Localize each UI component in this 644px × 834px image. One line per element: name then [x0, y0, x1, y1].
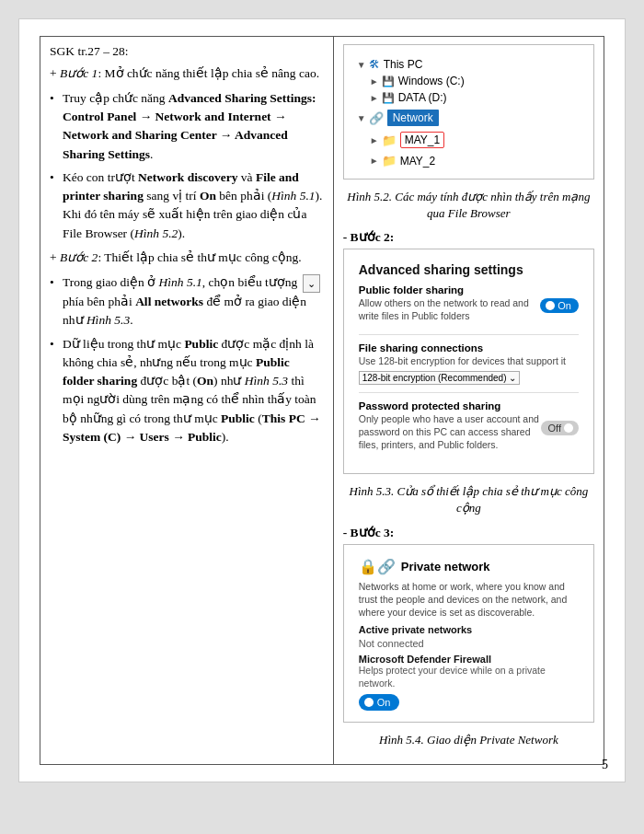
adv-sec1-title: Public folder sharing [359, 284, 541, 295]
bullet-list-1: Truy cập chức năng Advanced Sharing Sett… [50, 89, 324, 243]
firewall-desc: Helps protect your device while on a pri… [359, 665, 579, 689]
fb-data: ► 💾 DATA (D:) [370, 89, 581, 106]
fb-may1-label: MAY_1 [400, 132, 444, 148]
network-icon: 🔗 [369, 111, 384, 125]
adv-row-public: Public folder sharing Allow others on th… [359, 284, 579, 326]
arrow-data: ► [370, 93, 379, 103]
file-browser: ▼ 🛠 This PC ► 💾 Windows (C:) ► [351, 52, 586, 173]
fb-network-label: Network [387, 110, 439, 126]
fig54-caption: Hình 5.4. Giao diện Private Network [343, 732, 594, 748]
public-label2: Public [221, 411, 255, 425]
drive-icon-d: 💾 [382, 92, 395, 104]
fb-windows: ► 💾 Windows (C:) [370, 73, 581, 89]
fig53-ref: Hình 5.3 [86, 313, 130, 327]
folder-icon-may1: 📁 [382, 133, 397, 147]
adv-sec1-desc: Allow others on the network to read and … [359, 297, 541, 322]
arrow-network: ▼ [357, 113, 366, 123]
private-network: 🔒🔗 Private network Networks at home or w… [351, 552, 586, 717]
not-connected-label: Not connected [359, 638, 579, 649]
folder-icon-may2: 📁 [382, 154, 397, 168]
fb-data-label: DATA (D:) [398, 91, 447, 104]
dropdown-icon: ⌄ [303, 274, 320, 294]
arrow-windows: ► [370, 76, 379, 87]
fig53-caption: Hình 5.3. Cửa sổ thiết lập chia sẻ thư m… [343, 483, 594, 516]
step2-intro: + Bước 2: Thiết lập chia sẻ thư mục công… [50, 249, 324, 268]
private-network-icon: 🔒🔗 [359, 558, 396, 575]
adv-sharing-title: Advanced sharing settings [359, 262, 579, 277]
fb-windows-label: Windows (C:) [398, 75, 465, 87]
fb-may1: ► 📁 MAY_1 [370, 130, 581, 150]
adv-sec3-title: Password protected sharing [359, 400, 541, 411]
adv-section-password: Password protected sharing Only people w… [359, 400, 579, 462]
drive-icon-c: 💾 [382, 75, 395, 87]
figure-53-box: Advanced sharing settings Public folder … [343, 249, 594, 474]
fig51-ref2: Hình 5.1 [159, 275, 202, 289]
page: SGK tr.27 – 28: + Bước 1: Mở chức năng t… [18, 18, 626, 782]
step1-intro: + Bước 1: Mở chức năng thiết lập chia sẻ… [50, 64, 324, 84]
all-networks-label: All networks [135, 295, 203, 308]
adv-section3-left: Password protected sharing Only people w… [359, 400, 541, 455]
adv-sharing-settings: Advanced sharing settings Public folder … [351, 257, 586, 468]
page-number: 5 [602, 758, 608, 772]
fb-may2-label: MAY_2 [400, 155, 435, 168]
bstep3-label: - Bước 3: [343, 525, 594, 540]
path-label: This PC → System (C) → Users → Public [63, 411, 321, 444]
toggle-firewall-on: On [359, 694, 400, 711]
active-private-label: Active private networks [359, 624, 579, 635]
bstep2-label: - Bước 2: [343, 229, 594, 245]
right-column: ▼ 🛠 This PC ► 💾 Windows (C:) ► [333, 37, 604, 765]
arrow-thispc: ▼ [357, 60, 366, 70]
fb-thispc-label: This PC [384, 58, 423, 71]
adv-sec2-desc: Use 128-bit encryption for devices that … [359, 355, 579, 368]
fb-this-pc: ▼ 🛠 This PC [357, 56, 581, 73]
fig51-ref: Hình 5.1 [271, 189, 315, 203]
left-column: SGK tr.27 – 28: + Bước 1: Mở chức năng t… [40, 37, 334, 765]
monitor-icon: 🛠 [369, 58, 380, 71]
adv-section-public: Public folder sharing Allow others on th… [359, 284, 579, 334]
figure-52-box: ▼ 🛠 This PC ► 💾 Windows (C:) ► [343, 44, 594, 180]
step2-bước: Bước 2 [60, 250, 98, 264]
fig53-ref2: Hình 5.3 [245, 374, 288, 388]
adv-row-password: Password protected sharing Only people w… [359, 400, 579, 455]
dropdown-chevron: ⌄ [509, 373, 516, 383]
encryption-label: 128-bit encryption (Recommended) [362, 373, 507, 383]
on-label2: On [197, 374, 213, 388]
main-content-table: SGK tr.27 – 28: + Bước 1: Mở chức năng t… [40, 36, 604, 765]
encryption-dropdown[interactable]: 128-bit encryption (Recommended) ⌄ [359, 371, 520, 385]
adv-section1-left: Public folder sharing Allow others on th… [359, 284, 541, 326]
fig52-ref: Hình 5.2 [134, 226, 178, 240]
public-label: Public [184, 337, 218, 351]
arrow-may1: ► [370, 135, 379, 145]
bullet-1: Truy cập chức năng Advanced Sharing Sett… [50, 89, 324, 164]
fb-network: ▼ 🔗 Network [357, 108, 581, 128]
firewall-title: Microsoft Defender Firewall [359, 654, 579, 665]
network-discovery-label: Network discovery [138, 170, 237, 184]
adv-sec2-title: File sharing connections [359, 342, 579, 353]
bullet-4: Dữ liệu trong thư mục Public được mặc đị… [50, 335, 324, 447]
adv-sec3-desc: Only people who have a user account and … [359, 413, 541, 451]
on-label: On [200, 189, 216, 203]
adv-sharing-path: Advanced Sharing Settings: Control Panel… [63, 91, 316, 161]
toggle-off-password: Off [541, 421, 579, 435]
fig52-caption: Hình 5.2. Các máy tính được nhìn thấy tr… [343, 189, 594, 222]
pn-header: 🔒🔗 Private network [359, 558, 579, 575]
pn-desc: Networks at home or work, where you know… [359, 580, 579, 620]
sgk-header: SGK tr.27 – 28: [50, 44, 324, 59]
pn-title: Private network [401, 560, 490, 573]
step1-bước: Bước 1 [60, 66, 98, 80]
adv-section-fileshare: File sharing connections Use 128-bit enc… [359, 342, 579, 394]
bullet-list-2: Trong giao diện ở Hình 5.1, chọn biểu tư… [50, 273, 324, 446]
arrow-may2: ► [370, 156, 379, 166]
fb-may2: ► 📁 MAY_2 [370, 152, 581, 169]
bullet-3: Trong giao diện ở Hình 5.1, chọn biểu tư… [50, 273, 324, 330]
figure-54-box: 🔒🔗 Private network Networks at home or w… [343, 544, 594, 724]
bullet-2: Kéo con trượt Network discovery và File … [50, 168, 324, 243]
toggle-on-public: On [540, 298, 579, 313]
